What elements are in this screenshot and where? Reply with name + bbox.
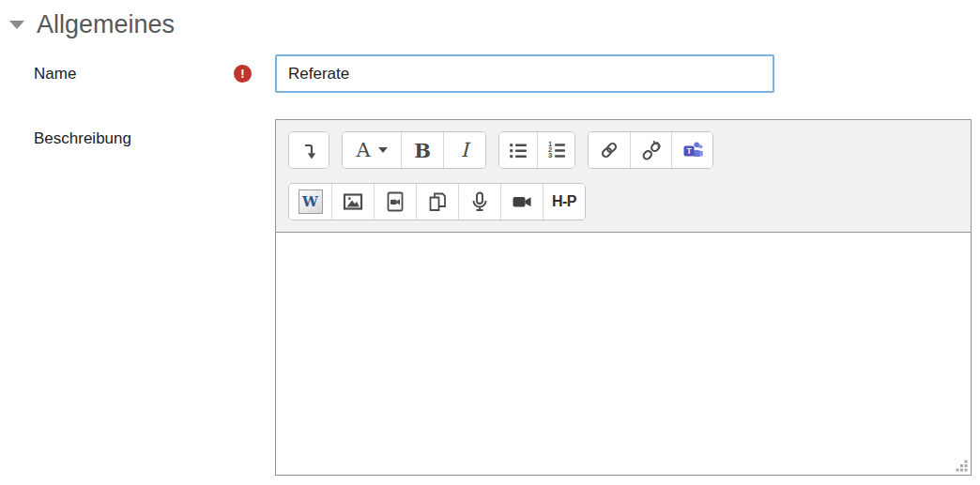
editor-toolbar: A B I [276, 120, 971, 233]
description-row: Beschreibung A [0, 119, 980, 476]
resize-grip-icon[interactable] [956, 460, 968, 472]
h5p-icon: H-P [552, 193, 576, 210]
unordered-list-button[interactable] [499, 132, 537, 168]
description-label: Beschreibung [34, 129, 131, 148]
name-label-column: Name ! [0, 65, 275, 83]
collapse-arrow-icon [298, 139, 320, 161]
word-icon: W [299, 189, 323, 214]
files-icon [426, 190, 449, 213]
unlink-icon [640, 139, 663, 161]
ordered-list-button[interactable]: 1 2 3 [537, 132, 574, 168]
link-button[interactable] [589, 132, 630, 168]
unlink-button[interactable] [630, 132, 671, 168]
insert-media-button[interactable] [374, 184, 416, 220]
record-audio-button[interactable] [458, 184, 500, 220]
font-style-button[interactable]: A [343, 132, 401, 168]
microphone-icon [468, 190, 491, 213]
text-format-group: A B I [342, 131, 486, 169]
teams-meeting-button[interactable]: T [671, 132, 712, 168]
collapse-group [288, 131, 329, 169]
record-video-button[interactable] [500, 184, 543, 220]
insert-image-button[interactable] [331, 184, 374, 220]
list-group: 1 2 3 [498, 131, 575, 169]
teams-icon: T [681, 139, 704, 161]
toolbar-row-2: W [288, 183, 958, 220]
section-title[interactable]: Allgemeines [37, 10, 175, 39]
italic-button[interactable]: I [443, 132, 485, 168]
description-textarea[interactable] [276, 233, 971, 475]
h5p-button[interactable]: H-P [543, 184, 585, 220]
description-label-column: Beschreibung [0, 119, 275, 148]
collapse-section-icon[interactable] [9, 21, 24, 29]
word-import-button[interactable]: W [289, 184, 331, 220]
italic-icon: I [461, 141, 468, 160]
required-icon: ! [234, 65, 252, 83]
name-label: Name [34, 65, 76, 83]
collapse-toolbar-button[interactable] [289, 132, 329, 168]
toolbar-row-1: A B I [288, 131, 958, 169]
name-input[interactable] [275, 54, 774, 93]
unordered-list-icon [507, 139, 529, 161]
name-row: Name ! [0, 54, 980, 93]
media-group: W [288, 183, 586, 220]
ordered-list-icon: 1 2 3 [545, 139, 568, 161]
bold-icon: B [414, 141, 431, 160]
media-icon [384, 190, 406, 213]
video-camera-icon [511, 190, 533, 213]
manage-files-button[interactable] [416, 184, 458, 220]
bold-button[interactable]: B [401, 132, 443, 168]
link-group: T [588, 131, 713, 169]
link-icon [598, 139, 620, 161]
description-editor: A B I [275, 119, 972, 476]
section-header-allgemeines: Allgemeines [0, 0, 980, 39]
image-icon [342, 190, 364, 213]
svg-text:3: 3 [548, 151, 552, 159]
font-style-letter: A [356, 141, 370, 160]
chevron-down-icon [378, 147, 388, 153]
svg-text:T: T [686, 146, 692, 156]
